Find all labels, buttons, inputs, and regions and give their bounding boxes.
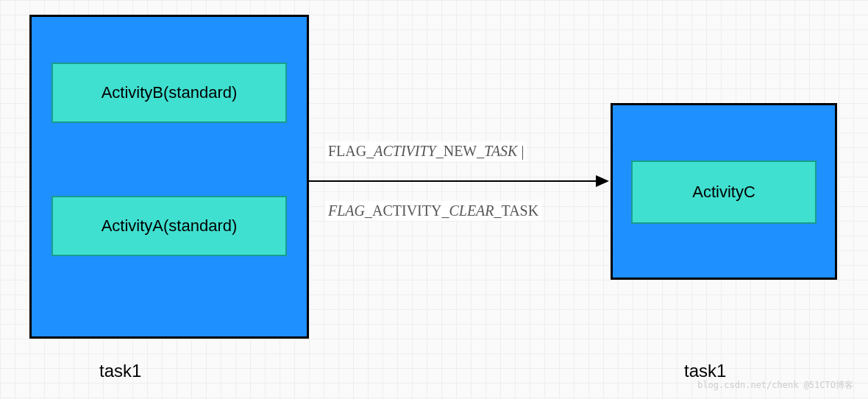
task-left-label: task1: [99, 361, 141, 381]
activity-c-label: ActivityC: [692, 183, 755, 202]
activity-a-label: ActivityA(standard): [102, 216, 238, 236]
flag-bot-italic-1: FLAG: [328, 202, 365, 219]
flag-top-label: FLAG_ACTIVITY_NEW_TASK |: [325, 141, 527, 161]
arrow-head-icon: [596, 175, 609, 187]
activity-a-box: ActivityA(standard): [51, 196, 287, 256]
activity-b-label: ActivityB(standard): [102, 83, 238, 102]
activity-b-box: ActivityB(standard): [51, 63, 287, 123]
flag-top-italic-2: TASK: [484, 143, 517, 159]
flag-top-italic-1: ACTIVITY: [374, 143, 435, 159]
flag-bot-suffix: _TASK: [494, 202, 539, 219]
watermark-text: blog.csdn.net/chenk @51CTO博客: [697, 379, 853, 392]
flag-top-prefix: FLAG_: [328, 143, 374, 159]
flag-top-suffix: |: [517, 143, 524, 159]
flag-bot-mid: _ACTIVITY_: [365, 202, 449, 219]
flag-bot-italic-2: CLEAR: [449, 202, 494, 219]
flag-bottom-label: FLAG_ACTIVITY_CLEAR_TASK: [325, 201, 541, 221]
arrow-line: [309, 180, 597, 182]
flag-top-mid: _NEW_: [436, 143, 485, 159]
activity-c-box: ActivityC: [631, 160, 817, 224]
task-right-label: task1: [684, 361, 726, 381]
